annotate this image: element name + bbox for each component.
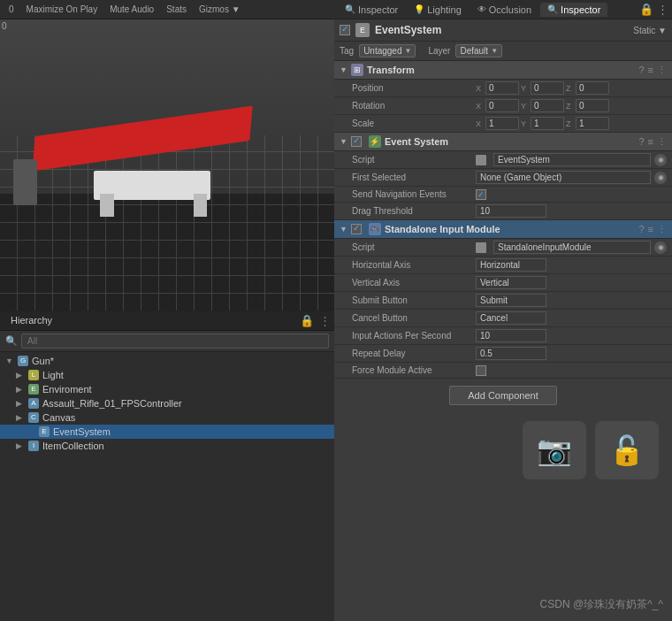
expand-arrow: ▶ <box>16 385 25 394</box>
force-module-checkbox[interactable] <box>476 365 486 376</box>
tab-right-inspector[interactable]: 🔍 Inspector <box>540 3 607 17</box>
repeat-delay-label: Repeat Delay <box>352 349 476 358</box>
expand-arrow: ▶ <box>16 399 25 408</box>
position-label: Position <box>352 83 476 93</box>
transform-more-icon[interactable]: ⋮ <box>657 65 667 76</box>
transform-help-icon[interactable]: ? <box>638 65 644 76</box>
object-active-checkbox[interactable] <box>340 25 350 35</box>
drag-threshold-input[interactable] <box>476 204 546 218</box>
lock-overlay: 🔓 <box>595 421 659 479</box>
lighting-icon: 💡 <box>414 4 424 14</box>
cancel-button-input[interactable] <box>476 311 546 325</box>
static-label[interactable]: Static ▼ <box>633 26 667 35</box>
event-help-icon[interactable]: ? <box>638 136 644 148</box>
event-script-label: Script <box>352 155 476 165</box>
rotation-z-input[interactable] <box>576 99 609 112</box>
list-item[interactable]: ▶ E Enviroment <box>0 382 334 396</box>
tab-left-inspector[interactable]: 🔍 Inspector <box>338 3 405 17</box>
position-z-input[interactable] <box>576 81 609 95</box>
event-system-checkbox[interactable] <box>351 136 362 147</box>
transform-section-header[interactable]: ▼ ⊞ Transform ? ≡ ⋮ <box>334 61 672 80</box>
lock-tab-icon[interactable]: 🔒 <box>639 3 653 16</box>
item-label: Enviroment <box>42 384 92 395</box>
position-y-input[interactable] <box>531 81 564 95</box>
mute-audio-btn[interactable]: Mute Audio <box>106 4 157 15</box>
event-settings-icon[interactable]: ≡ <box>648 136 653 148</box>
more-tab-icon[interactable]: ⋮ <box>657 3 668 16</box>
list-item[interactable]: E EventSystem <box>0 425 334 439</box>
list-item[interactable]: ▶ L Light <box>0 368 334 382</box>
send-nav-checkbox[interactable]: ✓ <box>476 189 486 200</box>
event-more-icon[interactable]: ⋮ <box>657 136 667 148</box>
maximize-play-btn[interactable]: Maximize On Play <box>23 4 102 15</box>
scale-y-input[interactable] <box>531 117 564 130</box>
position-x-input[interactable] <box>485 81 519 95</box>
y-label: Y <box>521 119 530 128</box>
event-script-input[interactable] <box>493 153 651 166</box>
event-system-section-header[interactable]: ▼ ⚡ Event System ? ≡ ⋮ <box>334 133 672 151</box>
event-system-section-title: Event System <box>385 136 636 147</box>
tab-occlusion[interactable]: 👁 Occlusion <box>470 3 538 17</box>
coord-display: 0 <box>5 4 18 15</box>
list-item[interactable]: ▶ I ItemCollection <box>0 439 334 453</box>
send-nav-label: Send Navigation Events <box>352 189 476 199</box>
add-component-button[interactable]: Add Component <box>449 386 557 405</box>
hierarchy-tab[interactable]: Hierarchy <box>4 313 59 327</box>
tag-dropdown[interactable]: Untagged ▼ <box>359 44 416 58</box>
object-icon: E <box>39 426 50 437</box>
hierarchy-search-input[interactable] <box>21 334 329 349</box>
tab-lighting[interactable]: 💡 Lighting <box>407 3 469 17</box>
standalone-script-input[interactable] <box>493 241 651 254</box>
standalone-checkbox[interactable] <box>351 224 362 234</box>
list-item[interactable]: ▶ C Canvas <box>0 410 334 425</box>
event-script-row: Script ◉ <box>334 151 672 169</box>
list-item[interactable]: ▶ A Assault_Rifle_01_FPSController <box>0 396 334 410</box>
object-icon: L <box>28 370 39 380</box>
item-label: EventSystem <box>53 426 111 437</box>
transform-section-title: Transform <box>367 65 636 75</box>
submit-button-label: Submit Button <box>352 295 476 305</box>
watermark: CSDN @珍珠没有奶茶^_^ <box>540 597 663 612</box>
standalone-section-header[interactable]: ▼ 🎮 Standalone Input Module ? ≡ ⋮ <box>334 220 672 239</box>
gizmos-btn[interactable]: Gizmos ▼ <box>195 4 244 15</box>
layer-dropdown[interactable]: Default ▼ <box>455 44 502 58</box>
repeat-delay-row: Repeat Delay <box>334 345 672 363</box>
hierarchy-more-icon[interactable]: ⋮ <box>319 314 331 327</box>
event-script-dot[interactable]: ◉ <box>654 154 667 166</box>
first-selected-row: First Selected ◉ <box>334 169 672 187</box>
rotation-y-input[interactable] <box>531 99 564 112</box>
standalone-settings-icon[interactable]: ≡ <box>648 224 653 235</box>
standalone-more-icon[interactable]: ⋮ <box>657 224 667 235</box>
z-label: Z <box>566 102 575 111</box>
item-label: Light <box>42 370 64 380</box>
x-label: X <box>476 84 485 93</box>
input-actions-input[interactable] <box>476 329 546 342</box>
z-label: Z <box>566 84 575 93</box>
object-name: EventSystem <box>375 24 628 36</box>
standalone-script-label: Script <box>352 242 476 252</box>
object-header: E EventSystem Static ▼ <box>334 19 672 42</box>
standalone-icon: 🎮 <box>369 223 381 235</box>
submit-button-input[interactable] <box>476 294 546 307</box>
first-selected-input[interactable] <box>476 171 651 184</box>
horizontal-axis-row: Horizontal Axis <box>334 257 672 274</box>
horizontal-axis-input[interactable] <box>476 258 546 272</box>
vertical-axis-input[interactable] <box>476 276 546 289</box>
hierarchy-lock-icon: 🔒 <box>300 314 314 327</box>
repeat-delay-input[interactable] <box>476 347 546 360</box>
transform-settings-icon[interactable]: ≡ <box>648 65 653 76</box>
standalone-script-dot[interactable]: ◉ <box>654 242 667 254</box>
scale-x-input[interactable] <box>485 117 519 130</box>
drag-threshold-label: Drag Threshold <box>352 206 476 216</box>
tag-label: Tag <box>340 46 354 56</box>
scale-z-input[interactable] <box>576 117 609 130</box>
standalone-expand-arrow: ▼ <box>340 225 347 234</box>
list-item[interactable]: ▼ G Gun* <box>0 354 334 368</box>
first-selected-dot[interactable]: ◉ <box>654 172 667 184</box>
stats-btn[interactable]: Stats <box>163 4 190 15</box>
standalone-help-icon[interactable]: ? <box>638 224 644 235</box>
send-nav-row: Send Navigation Events ✓ <box>334 187 672 203</box>
scale-label: Scale <box>352 119 476 128</box>
rotation-x-input[interactable] <box>485 99 519 112</box>
transform-expand-arrow: ▼ <box>340 65 347 74</box>
